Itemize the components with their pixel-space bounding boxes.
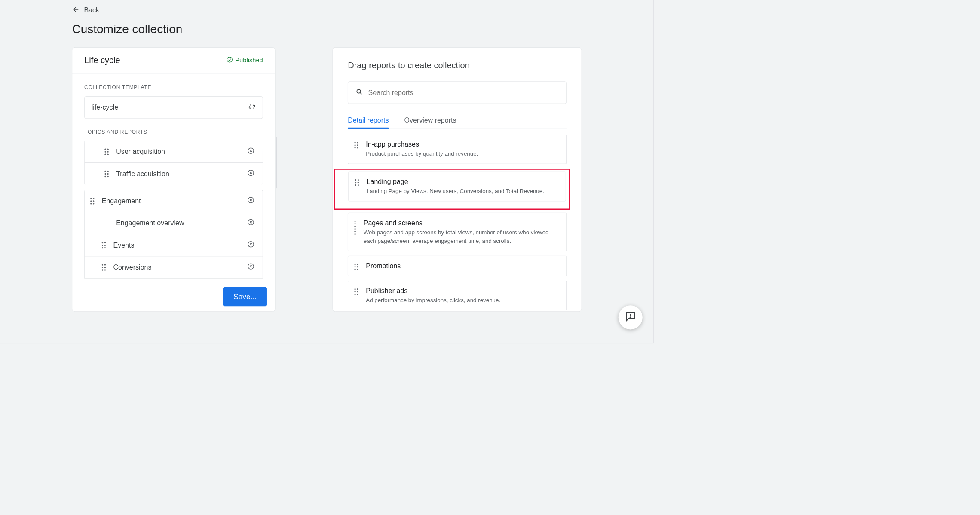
report-description: Web pages and app screens by total views…	[364, 228, 560, 245]
search-input[interactable]	[348, 81, 567, 104]
drag-handle-icon[interactable]	[355, 288, 360, 295]
highlight-landing-page: Landing page Landing Page by Views, New …	[334, 169, 570, 210]
collection-editor-card: Life cycle Published Collection template…	[72, 47, 275, 312]
topics-section-label: Topics and reports	[84, 129, 263, 135]
remove-button[interactable]	[247, 241, 254, 250]
reports-panel: Drag reports to create collection Detail…	[333, 47, 582, 312]
remove-button[interactable]	[247, 263, 254, 272]
search-field[interactable]	[368, 89, 559, 97]
drag-handle-icon[interactable]	[355, 179, 361, 186]
drag-handle-icon[interactable]	[355, 142, 360, 148]
svg-point-0	[227, 57, 232, 62]
page-title: Customize collection	[72, 22, 582, 36]
drag-handle-icon[interactable]	[355, 221, 358, 235]
search-icon	[355, 88, 363, 97]
back-label: Back	[84, 6, 99, 15]
remove-button[interactable]	[247, 169, 254, 178]
report-item-label: Conversions	[113, 263, 151, 271]
report-card[interactable]: In-app purchases Product purchases by qu…	[348, 135, 567, 164]
topic-label: Engagement	[102, 197, 141, 205]
report-item-label: User acquisition	[116, 148, 165, 156]
svg-point-7	[357, 89, 361, 93]
drag-handle-icon[interactable]	[102, 242, 107, 248]
tab-overview-reports[interactable]: Overview reports	[404, 116, 456, 129]
report-title: In-app purchases	[366, 140, 478, 148]
report-title: Publisher ads	[366, 287, 500, 295]
report-description: Ad performance by impressions, clicks, a…	[366, 296, 500, 304]
drag-handle-icon[interactable]	[104, 148, 110, 155]
collection-name: Life cycle	[84, 55, 120, 65]
report-item-label: Traffic acquisition	[116, 170, 169, 178]
arrow-left-icon	[72, 6, 80, 15]
report-description: Landing Page by Views, New users, Conver…	[367, 187, 544, 195]
back-button[interactable]: Back	[72, 6, 582, 15]
drag-handle-icon[interactable]	[355, 264, 360, 270]
remove-button[interactable]	[247, 218, 254, 227]
template-value: life-cycle	[92, 104, 118, 112]
feedback-button[interactable]	[619, 305, 643, 329]
drag-handle-icon[interactable]	[102, 264, 107, 270]
feedback-icon	[625, 310, 637, 324]
report-card[interactable]: Pages and screens Web pages and app scre…	[348, 213, 567, 251]
collection-template-input[interactable]: life-cycle	[84, 96, 263, 119]
status-label: Published	[235, 57, 263, 64]
unlink-icon[interactable]	[248, 103, 256, 112]
report-description: Product purchases by quantity and revenu…	[366, 150, 478, 158]
reports-panel-title: Drag reports to create collection	[348, 61, 567, 71]
remove-button[interactable]	[247, 196, 254, 205]
remove-button[interactable]	[247, 147, 254, 156]
scrollbar[interactable]	[276, 137, 277, 188]
drag-handle-icon[interactable]	[90, 198, 96, 204]
template-section-label: Collection template	[84, 85, 263, 91]
status-badge: Published	[226, 56, 263, 65]
tab-detail-reports[interactable]: Detail reports	[348, 116, 389, 129]
report-item-label: Events	[113, 241, 134, 249]
report-title: Pages and screens	[364, 219, 560, 227]
drag-handle-icon[interactable]	[104, 171, 110, 177]
check-circle-icon	[226, 56, 233, 65]
report-title: Landing page	[367, 178, 544, 186]
report-card[interactable]: Landing page Landing Page by Views, New …	[349, 172, 566, 201]
report-title: Promotions	[366, 262, 401, 270]
save-button[interactable]: Save...	[223, 287, 267, 307]
svg-point-8	[630, 317, 631, 318]
report-card[interactable]: Publisher ads Ad performance by impressi…	[348, 281, 567, 310]
report-item-label: Engagement overview	[116, 219, 184, 227]
report-card[interactable]: Promotions	[348, 256, 567, 276]
